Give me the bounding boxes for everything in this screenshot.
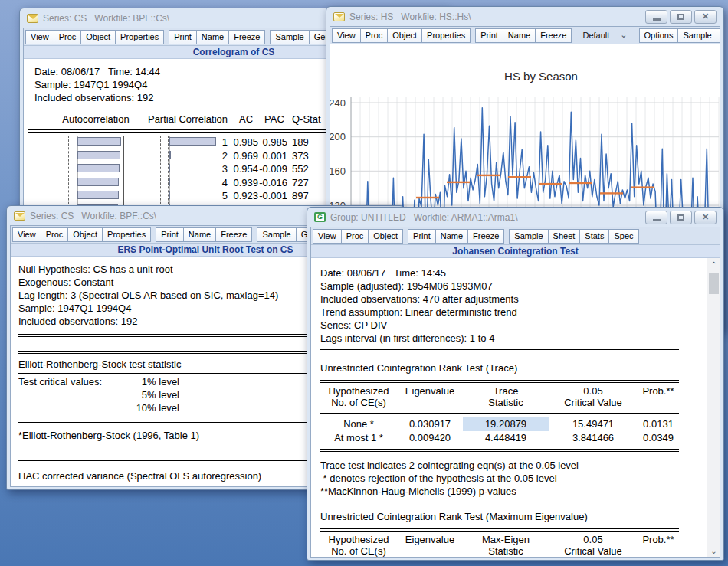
header-line: 0.05: [549, 385, 638, 397]
header-line: Hypothesized: [320, 534, 397, 545]
toolbar-button-sample[interactable]: Sample: [677, 28, 717, 43]
table-row: None *0.03091719.2087915.494710.0131: [320, 417, 679, 431]
toolbar-group: SampleSheetStatsSpec: [509, 229, 638, 244]
toolbar: ViewProcObjectPropertiesPrintNameFreezeD…: [330, 27, 720, 44]
text-line: Sample (adjusted): 1954M06 1993M07: [320, 280, 720, 293]
minimize-button[interactable]: [645, 10, 667, 24]
rule: [320, 528, 679, 532]
toolbar-button-freeze[interactable]: Freeze: [228, 30, 265, 44]
pac-value: 0.985: [257, 136, 287, 148]
toolbar-button-object[interactable]: Object: [80, 30, 116, 44]
maximize-button[interactable]: [670, 211, 692, 224]
toolbar-button-freeze[interactable]: Freeze: [215, 227, 252, 242]
minimize-icon: [653, 219, 661, 221]
col-header-pac: PAC: [259, 113, 290, 125]
text-line: Included observations: 470 after adjustm…: [320, 293, 720, 306]
titlebar[interactable]: G Group: UNTITLED Workfile: ARMA1::Arma1…: [310, 208, 720, 227]
toolbar-button-freeze[interactable]: Freeze: [535, 28, 572, 43]
toolbar-group: ViewProcObject: [313, 229, 402, 244]
toolbar-button-view[interactable]: View: [313, 229, 342, 244]
window-title: Group: UNTITLED Workfile: ARMA1::Arma1\: [330, 212, 518, 223]
header-line: Max-Eigen: [463, 534, 549, 545]
toolbar-button-sample[interactable]: Sample: [270, 30, 309, 44]
graph-type-dropdown[interactable]: Default⌄: [576, 29, 633, 42]
toolbar-button-view[interactable]: View: [12, 227, 41, 242]
pac-value: -0.016: [257, 177, 287, 188]
toolbar-button-object[interactable]: Object: [67, 227, 103, 242]
toolbar-button-properties[interactable]: Properties: [115, 30, 164, 44]
text-line: Series: CP DIV: [320, 319, 720, 332]
toolbar-button-view[interactable]: View: [332, 28, 361, 43]
toolbar-button-name[interactable]: Name: [503, 28, 536, 43]
toolbar-button-options[interactable]: Options: [639, 28, 679, 43]
toolbar: ViewProcObjectPrintNameFreezeSampleSheet…: [311, 227, 720, 245]
toolbar-button-freeze[interactable]: Freeze: [467, 229, 504, 244]
toolbar-button-properties[interactable]: Properties: [421, 28, 471, 43]
vertical-scrollbar[interactable]: ⌃ ⌄: [707, 258, 720, 558]
table-header-cell: 0.05Critical Value: [549, 385, 638, 408]
toolbar-button-print[interactable]: Print: [408, 229, 436, 244]
ac-value: 0.969: [229, 150, 258, 162]
toolbar-button-proc[interactable]: Proc: [54, 30, 82, 44]
scroll-down-button[interactable]: ⌄: [707, 545, 720, 558]
toolbar-button-sample[interactable]: Sample: [257, 227, 296, 242]
pac-bar: [169, 191, 170, 199]
header-line: No. of CE(s): [320, 545, 397, 557]
minimize-button[interactable]: [645, 211, 667, 224]
toolbar-button-name[interactable]: Name: [196, 30, 229, 44]
svg-text:200: 200: [330, 131, 346, 142]
text-line: Lags interval (in first differences): 1 …: [320, 332, 720, 345]
table-cell: 0.009420: [397, 431, 463, 445]
toolbar-group: ViewProcObjectProperties: [332, 28, 470, 43]
scrollbar-thumb[interactable]: [709, 273, 719, 294]
toolbar-button-genr[interactable]: Genr: [717, 28, 720, 43]
text-line: **MacKinnon-Haug-Michelis (1999) p-value…: [320, 485, 720, 498]
header-line: Statistic: [463, 545, 549, 557]
maximize-button[interactable]: [670, 10, 692, 24]
window-group-untitled-johansen: G Group: UNTITLED Workfile: ARMA1::Arma1…: [307, 207, 724, 561]
pac-bar: [169, 178, 170, 186]
table-header-row: HypothesizedNo. of CE(s)EigenvalueMax-Ei…: [320, 534, 679, 557]
toolbar-button-spec[interactable]: Spec: [608, 229, 638, 244]
lag-number: 4: [206, 177, 228, 188]
col-header-qstat: Q-Stat: [292, 113, 321, 125]
text-line: Trace test indicates 2 cointegrating eqn…: [320, 459, 720, 472]
toolbar-button-sample[interactable]: Sample: [509, 229, 548, 244]
maximize-icon: [677, 214, 684, 221]
toolbar-button-sheet[interactable]: Sheet: [548, 229, 581, 244]
titlebar[interactable]: Series: HS Workfile: HS::Hs\ ✕: [330, 7, 720, 26]
caption-buttons: ✕: [645, 211, 717, 224]
header-line: 0.05: [549, 534, 638, 545]
toolbar-button-proc[interactable]: Proc: [41, 227, 69, 242]
toolbar-button-properties[interactable]: Properties: [102, 227, 151, 242]
maximize-icon: [677, 14, 684, 20]
pac-value: -0.001: [257, 190, 287, 201]
toolbar-button-print[interactable]: Print: [475, 28, 503, 43]
johansen-test-output: Date: 08/06/17 Time: 14:45Sample (adjust…: [311, 258, 720, 558]
ac-bar: [77, 178, 119, 186]
window-title: Series: HS Workfile: HS::Hs\: [349, 11, 471, 22]
ac-value: 0.939: [229, 177, 258, 188]
toolbar-button-name[interactable]: Name: [435, 229, 468, 244]
table-header-cell: Max-EigenStatistic: [463, 534, 549, 557]
rule: [320, 449, 679, 452]
toolbar-button-print[interactable]: Print: [156, 227, 184, 242]
label: Test critical values:: [18, 375, 102, 388]
toolbar-button-object[interactable]: Object: [368, 229, 403, 244]
toolbar-button-object[interactable]: Object: [387, 28, 422, 43]
table-cell: 3.841466: [549, 431, 638, 445]
close-button[interactable]: ✕: [694, 10, 717, 24]
close-button[interactable]: ✕: [694, 211, 717, 224]
table-cell: 0.0349: [638, 431, 679, 445]
pac-value: 0.001: [257, 150, 287, 162]
toolbar-button-name[interactable]: Name: [183, 227, 216, 242]
svg-text:240: 240: [330, 97, 346, 109]
toolbar-button-stats[interactable]: Stats: [579, 229, 609, 244]
toolbar-button-view[interactable]: View: [25, 30, 54, 44]
scroll-up-button[interactable]: ⌃: [707, 258, 720, 271]
toolbar-group: PrintNameFreeze: [408, 229, 503, 244]
toolbar-button-proc[interactable]: Proc: [341, 229, 369, 244]
toolbar-button-print[interactable]: Print: [169, 30, 197, 44]
toolbar-button-proc[interactable]: Proc: [360, 28, 389, 43]
trace-test-notes: Trace test indicates 2 cointegrating eqn…: [320, 459, 720, 498]
